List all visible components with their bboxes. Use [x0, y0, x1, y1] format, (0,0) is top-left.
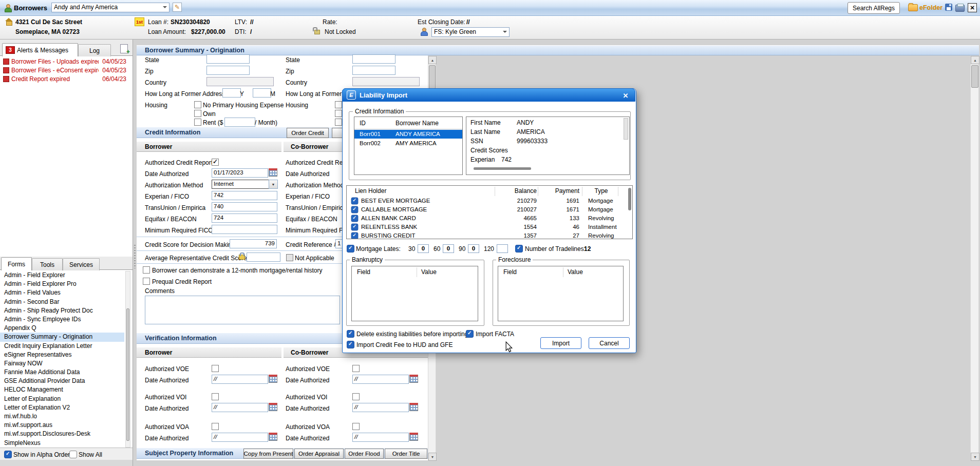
voe-checkbox-cob[interactable]	[352, 365, 360, 372]
rent-checkbox[interactable]	[194, 119, 201, 126]
form-item[interactable]: mi.wf.hub.lo	[0, 412, 124, 421]
import-button[interactable]: Import	[540, 337, 581, 349]
order-flood-button[interactable]: Order Flood	[345, 449, 384, 459]
date-authorized-field[interactable]: 01/17/2023	[212, 168, 268, 178]
order-title-button[interactable]: Order Title	[385, 449, 427, 459]
voa-date-field[interactable]: //	[212, 433, 268, 442]
tab-tools[interactable]: Tools	[32, 258, 63, 270]
search-allregs-button[interactable]: Search AllRegs	[847, 2, 900, 14]
tab-alerts-messages[interactable]: 3 Alerts & Messages	[2, 43, 78, 56]
form-scrollbar-thumb[interactable]	[429, 65, 436, 89]
liability-checkbox[interactable]	[351, 224, 359, 231]
panel-splitter[interactable]	[133, 40, 137, 466]
form-item[interactable]: Letter of Explanation	[0, 395, 124, 403]
alert-item[interactable]: Credit Report expired	[11, 75, 70, 83]
import-facta-checkbox[interactable]	[466, 330, 474, 338]
form-item[interactable]: Admin - Field Values	[0, 288, 124, 297]
zip-field-coborrower[interactable]	[352, 66, 395, 75]
form-item[interactable]: Admin - Second Bar	[0, 298, 124, 306]
voe-checkbox[interactable]	[212, 365, 219, 372]
alert-item[interactable]: Borrower Files - Uploads expired	[11, 58, 99, 65]
lates-90-field[interactable]: 0	[468, 244, 479, 253]
print-icon[interactable]	[955, 5, 965, 12]
transunion-field[interactable]: 740	[212, 202, 277, 211]
scroll-up-button[interactable]: ▲	[971, 56, 979, 64]
fs-dropdown[interactable]: FS: Kyle Green	[431, 27, 510, 37]
own-checkbox-cob[interactable]	[335, 110, 342, 117]
calendar-icon[interactable]	[269, 433, 277, 441]
rent-checkbox-cob[interactable]	[335, 119, 342, 126]
country-field-borrower[interactable]	[206, 77, 274, 86]
form-item[interactable]: Admin - Field Explorer Pro	[0, 280, 124, 288]
demonstrate-history-checkbox[interactable]	[143, 266, 150, 274]
lates-30-field[interactable]: 0	[418, 244, 429, 253]
how-long-years-field[interactable]	[222, 88, 241, 98]
efolder-label[interactable]: eFolder	[919, 4, 943, 11]
authorized-credit-checkbox[interactable]	[212, 159, 219, 166]
liability-checkbox[interactable]	[351, 198, 359, 205]
voi-date-field[interactable]: //	[212, 403, 268, 412]
liability-row[interactable]: BEST EVER MORTGAGE 210279 1691 Mortgage	[347, 197, 624, 205]
calendar-icon[interactable]	[269, 168, 277, 177]
edit-borrowers-icon[interactable]: ✎	[173, 3, 182, 12]
equifax-field[interactable]: 724	[212, 213, 277, 223]
splitter-grip[interactable]	[134, 245, 136, 268]
show-all-checkbox[interactable]	[69, 451, 77, 458]
avg-score-field[interactable]	[247, 253, 280, 262]
show-alpha-checkbox[interactable]	[4, 451, 12, 458]
alert-item[interactable]: Borrower Files - eConsent expired	[11, 67, 99, 74]
info-hscrollbar-thumb[interactable]	[474, 167, 531, 170]
scroll-up-button[interactable]: ▲	[428, 56, 437, 64]
form-item[interactable]: Letter of Explanation V2	[0, 403, 124, 412]
mortgage-lates-checkbox[interactable]	[347, 245, 354, 253]
no-primary-housing-checkbox[interactable]	[194, 101, 201, 108]
voa-checkbox-cob[interactable]	[352, 423, 360, 430]
new-document-icon[interactable]	[120, 44, 128, 53]
voa-date-field-cob[interactable]: //	[352, 433, 409, 442]
zip-field-borrower[interactable]	[206, 66, 250, 75]
not-applicable-checkbox[interactable]	[286, 254, 293, 261]
borrowers-dropdown[interactable]: Andy and Amy America	[51, 3, 169, 12]
close-icon[interactable]: ✕	[968, 3, 977, 12]
tab-forms[interactable]: Forms	[1, 257, 32, 270]
form-item[interactable]: Appendix Q	[0, 324, 124, 333]
voi-checkbox-cob[interactable]	[352, 393, 360, 400]
lates-60-field[interactable]: 0	[443, 244, 454, 253]
liabilities-scrollbar-thumb[interactable]	[628, 188, 631, 210]
main-scrollbar[interactable]: ▲ ▼	[970, 55, 979, 460]
form-item[interactable]: mi.wf.support.aus	[0, 421, 124, 430]
auth-method-arrow[interactable]: ▼	[269, 180, 278, 189]
efolder-icon[interactable]	[908, 4, 918, 11]
calendar-icon[interactable]	[409, 375, 418, 383]
copy-from-present-button[interactable]: Copy from Present	[243, 449, 293, 459]
no-primary-housing-checkbox-cob[interactable]	[335, 101, 342, 108]
calendar-icon[interactable]	[269, 375, 277, 383]
form-item[interactable]: mi.wf.support.Disclosures-Desk	[0, 430, 124, 438]
prequal-checkbox[interactable]	[143, 278, 150, 285]
voi-date-field-cob[interactable]: //	[352, 403, 409, 412]
form-item[interactable]: SimpleNexus	[0, 439, 124, 448]
lock-icon[interactable]	[239, 255, 245, 260]
comments-textarea[interactable]	[145, 296, 340, 324]
auth-method-dropdown[interactable]: Internet	[212, 180, 272, 189]
liability-row[interactable]: BURSTING CREDIT 1357 27 Revolving	[347, 231, 624, 239]
how-long-months-field[interactable]	[253, 88, 271, 98]
state-field-coborrower[interactable]	[352, 54, 395, 64]
decision-score-field[interactable]: 739	[230, 239, 277, 248]
borrower-row-selected[interactable]: Borr001 ANDY AMERICA	[354, 130, 462, 139]
rent-amount-field[interactable]	[224, 118, 255, 127]
calendar-icon[interactable]	[269, 403, 277, 411]
save-icon[interactable]	[945, 4, 952, 11]
voe-date-field-cob[interactable]: //	[352, 375, 409, 384]
order-appraisal-button[interactable]: Order Appraisal	[294, 449, 344, 459]
voi-checkbox[interactable]	[212, 393, 219, 400]
liability-row[interactable]: RELENTLESS BANK 1554 46 Installment	[347, 223, 624, 231]
dialog-borrower-list[interactable]: ID Borrower Name Borr001 ANDY AMERICA Bo…	[354, 116, 463, 175]
voe-date-field[interactable]: //	[212, 375, 268, 384]
liability-checkbox[interactable]	[351, 215, 359, 222]
tradelines-checkbox[interactable]	[515, 245, 523, 253]
voa-checkbox[interactable]	[212, 423, 219, 430]
liability-checkbox[interactable]	[351, 206, 359, 213]
form-item[interactable]: eSigner Representatives	[0, 351, 124, 359]
form-item-selected[interactable]: Borrower Summary - Origination	[0, 333, 124, 341]
